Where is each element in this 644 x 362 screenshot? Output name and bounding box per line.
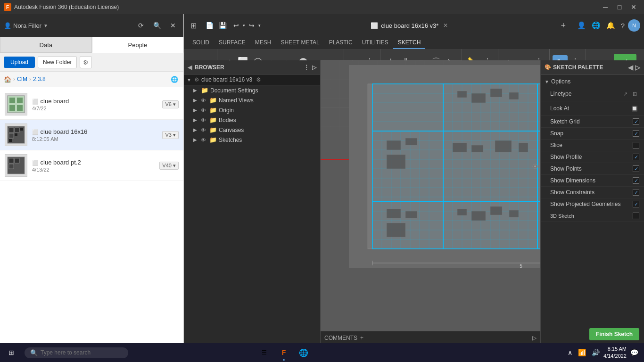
svg-rect-13 <box>9 158 14 163</box>
root-options-icon[interactable]: ⚙ <box>256 76 261 83</box>
windows-start-btn[interactable]: ⊞ <box>0 343 23 362</box>
apps-grid-icon[interactable]: ⊞ <box>184 14 203 37</box>
tab-help-icon[interactable]: ? <box>619 20 627 32</box>
linetype-icon2[interactable]: ⊞ <box>630 89 639 99</box>
search-btn[interactable]: 🔍 <box>150 19 164 32</box>
breadcrumb-238[interactable]: 2.3.8 <box>33 76 46 82</box>
tab-sheet-metal[interactable]: SHEET METAL <box>276 37 324 49</box>
browser-item-doc-settings[interactable]: ▶ 📁 Document Settings <box>184 85 320 95</box>
taskbar-clock[interactable]: 8:15 AM 4/14/2022 <box>603 346 627 360</box>
sp-expand-btn[interactable]: ▷ <box>635 64 640 71</box>
taskbar-task-center-btn[interactable]: ☰ <box>255 343 273 362</box>
show-projected-checkbox[interactable] <box>633 201 639 207</box>
eye-icon[interactable]: 👁 <box>201 117 207 123</box>
upload-button[interactable]: Upload <box>4 57 35 68</box>
file-version-area[interactable]: V6 ▾ <box>162 100 179 108</box>
settings-button[interactable]: ⚙ <box>80 56 92 68</box>
eye-icon[interactable]: 👁 <box>201 98 207 103</box>
taskbar-search[interactable]: 🔍 <box>25 347 128 358</box>
tab-mesh[interactable]: MESH <box>250 37 276 49</box>
eye-icon[interactable]: 👁 <box>201 107 207 113</box>
canvas-area[interactable]: TOP x y z <box>321 60 644 344</box>
list-item[interactable]: ⬜ clue board 16x16 8:12:05 AM V3 ▾ <box>0 120 183 150</box>
toggle-icon[interactable]: ▶ <box>193 137 199 142</box>
notif-icon[interactable]: 💬 <box>628 347 640 358</box>
tab-account-icon[interactable]: 👤 <box>575 19 588 32</box>
lookat-icon[interactable]: 🔲 <box>630 104 639 113</box>
home-icon[interactable]: 🏠 <box>4 76 11 83</box>
list-item[interactable]: ⬜ clue board pt.2 4/13/22 V40 ▾ <box>0 150 183 181</box>
file-version-area[interactable]: V40 ▾ <box>159 162 179 170</box>
left-close-btn[interactable]: ✕ <box>166 19 180 32</box>
tab-plastic[interactable]: PLASTIC <box>324 37 357 49</box>
sketch-grid-checkbox[interactable] <box>633 118 639 125</box>
browser-item-named-views[interactable]: ▶ 👁 📁 Named Views <box>184 95 320 105</box>
list-item[interactable]: ⬜ clue board 4/7/22 V6 ▾ <box>0 89 183 120</box>
tab-people[interactable]: People <box>92 37 184 53</box>
world-icon[interactable]: 🌐 <box>169 74 180 84</box>
file-version-area[interactable]: V3 ▾ <box>162 131 179 139</box>
linetype-icon1[interactable]: ↗ <box>620 89 630 99</box>
toggle-icon[interactable]: ▶ <box>193 127 199 132</box>
browser-item-canvases[interactable]: ▶ 👁 📁 Canvases <box>184 125 320 135</box>
breadcrumb-cim[interactable]: CIM <box>17 76 27 82</box>
sp-collapse-btn[interactable]: ◀ <box>628 64 633 71</box>
new-tab-btn[interactable]: + <box>556 14 571 37</box>
tab-surface[interactable]: SURFACE <box>214 37 250 49</box>
tab-solid[interactable]: SOLID <box>188 37 214 49</box>
tab-utilities[interactable]: UTILITIES <box>357 37 393 49</box>
eye-icon[interactable]: 👁 <box>201 127 207 133</box>
user-area[interactable]: 👤 Nora Filler ▼ <box>4 22 48 29</box>
tab-close-btn[interactable]: ✕ <box>441 21 450 30</box>
toggle-icon[interactable]: ▶ <box>193 98 199 103</box>
undo-dropdown[interactable]: ▾ <box>241 22 247 29</box>
taskbar-chrome-btn[interactable]: 🌐 <box>294 343 313 362</box>
browser-collapse-btn[interactable]: ◀ <box>188 64 192 71</box>
browser-menu-btn[interactable]: ⋮ <box>304 64 309 71</box>
redo-dropdown[interactable]: ▾ <box>257 22 262 29</box>
browser-item-sketches[interactable]: ▶ 👁 📁 Sketches <box>184 135 320 145</box>
minimize-btn[interactable]: ─ <box>599 2 612 12</box>
browser-root[interactable]: ▼ ⚙ clue board 16x16 v3 ⚙ <box>184 74 320 85</box>
taskbar-fusion360-btn[interactable]: F <box>274 343 293 362</box>
tray-network-icon[interactable]: 📶 <box>576 347 588 358</box>
file-icon[interactable]: 📄 <box>203 14 216 37</box>
show-points-checkbox[interactable] <box>633 165 639 172</box>
slice-checkbox[interactable] <box>633 142 639 148</box>
maximize-btn[interactable]: □ <box>613 2 626 12</box>
tab-bell-icon[interactable]: 🔔 <box>604 19 618 32</box>
show-constraints-checkbox[interactable] <box>633 189 639 196</box>
tray-volume-icon[interactable]: 🔊 <box>590 347 602 358</box>
sp-section-header[interactable]: ▼ Options <box>541 76 644 87</box>
toggle-icon[interactable]: ▶ <box>193 107 199 113</box>
titlebar-controls[interactable]: ─ □ ✕ <box>599 2 640 12</box>
snap-checkbox[interactable] <box>633 130 639 137</box>
comments-close-btn[interactable]: ▷ <box>532 335 537 341</box>
show-dimensions-checkbox[interactable] <box>633 177 639 184</box>
refresh-btn[interactable]: ⟳ <box>134 19 148 32</box>
toggle-icon[interactable]: ▶ <box>193 88 199 93</box>
tab-network-icon[interactable]: 🌐 <box>589 19 603 32</box>
root-expand-icon[interactable]: ▼ <box>187 77 192 82</box>
tab-data[interactable]: Data <box>0 37 92 53</box>
tab-sketch[interactable]: SKETCH <box>393 37 426 49</box>
browser-expand-btn[interactable]: ▷ <box>312 64 316 71</box>
new-folder-button[interactable]: New Folder <box>38 56 77 68</box>
svg-rect-84 <box>457 91 467 98</box>
taskbar-search-input[interactable] <box>41 349 116 356</box>
browser-item-origin[interactable]: ▶ 👁 📁 Origin <box>184 105 320 115</box>
redo-btn[interactable]: ↪ <box>248 21 256 30</box>
undo-btn[interactable]: ↩ <box>232 21 240 30</box>
browser-item-bodies[interactable]: ▶ 👁 📁 Bodies <box>184 115 320 125</box>
3d-sketch-checkbox[interactable] <box>633 213 639 219</box>
save-icon[interactable]: 💾 <box>216 14 229 37</box>
tab-avatar-icon[interactable]: N <box>628 19 640 32</box>
tray-caret-icon[interactable]: ∧ <box>566 347 574 358</box>
close-btn[interactable]: ✕ <box>627 2 640 12</box>
user-dropdown-icon[interactable]: ▼ <box>43 23 48 28</box>
comments-add-btn[interactable]: + <box>360 335 363 341</box>
finish-sketch-btn[interactable]: Finish Sketch <box>589 328 639 340</box>
toggle-icon[interactable]: ▶ <box>193 117 199 123</box>
eye-icon[interactable]: 👁 <box>201 137 207 143</box>
show-profile-checkbox[interactable] <box>633 154 639 160</box>
